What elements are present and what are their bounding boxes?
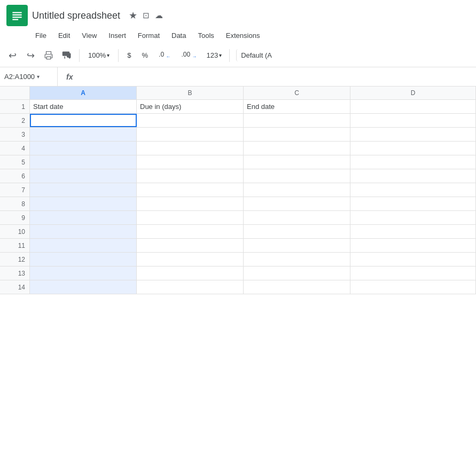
undo-button[interactable]: ↩ — [4, 48, 20, 64]
row-number[interactable]: 1 — [0, 100, 30, 113]
row-number[interactable]: 14 — [0, 280, 30, 294]
cell[interactable] — [350, 100, 476, 113]
menu-view[interactable]: View — [76, 29, 102, 42]
cell[interactable] — [137, 197, 244, 210]
cell[interactable] — [244, 142, 350, 155]
cell[interactable] — [30, 225, 137, 238]
row-number[interactable]: 12 — [0, 253, 30, 266]
redo-button[interactable]: ↪ — [22, 48, 38, 64]
cell[interactable] — [30, 169, 137, 183]
row-number[interactable]: 8 — [0, 197, 30, 210]
cell[interactable] — [350, 211, 476, 224]
cell[interactable] — [30, 267, 137, 280]
cell[interactable] — [30, 155, 137, 169]
formula-input[interactable] — [81, 73, 472, 81]
cell[interactable] — [30, 239, 137, 252]
cell[interactable] — [30, 197, 137, 210]
star-icon[interactable]: ★ — [129, 10, 137, 21]
cell[interactable] — [244, 280, 350, 294]
cell[interactable] — [244, 267, 350, 280]
cell[interactable]: Due in (days) — [137, 100, 244, 113]
col-header-b[interactable]: B — [137, 87, 244, 99]
cell[interactable] — [137, 267, 244, 280]
row-number[interactable]: 4 — [0, 142, 30, 155]
cell[interactable] — [244, 239, 350, 252]
cell[interactable] — [30, 114, 137, 127]
print-button[interactable] — [41, 48, 57, 64]
row-number[interactable]: 13 — [0, 267, 30, 280]
cell[interactable] — [137, 114, 244, 127]
cell[interactable] — [137, 183, 244, 197]
cell[interactable] — [244, 114, 350, 127]
move-icon[interactable]: ⊡ — [143, 11, 150, 20]
cell[interactable] — [244, 183, 350, 197]
menu-tools[interactable]: Tools — [192, 29, 219, 42]
cell[interactable] — [30, 128, 137, 141]
row-number[interactable]: 2 — [0, 114, 30, 127]
paint-format-button[interactable] — [59, 48, 75, 64]
row-number[interactable]: 7 — [0, 183, 30, 197]
row-number[interactable]: 3 — [0, 128, 30, 141]
decimal-increase-button[interactable]: .00 → — [177, 49, 201, 61]
decimal-decrease-button[interactable]: .0 ← — [154, 49, 175, 61]
cell[interactable] — [137, 239, 244, 252]
cell[interactable] — [350, 169, 476, 183]
cloud-icon[interactable]: ☁ — [155, 11, 163, 20]
cell[interactable] — [30, 183, 137, 197]
app-icon[interactable] — [6, 5, 28, 26]
menu-extensions[interactable]: Extensions — [221, 29, 266, 42]
cell[interactable] — [350, 267, 476, 280]
cell[interactable] — [137, 128, 244, 141]
menu-data[interactable]: Data — [166, 29, 191, 42]
cell[interactable] — [30, 253, 137, 266]
col-header-c[interactable]: C — [244, 87, 350, 99]
row-number[interactable]: 6 — [0, 169, 30, 183]
cell[interactable] — [350, 239, 476, 252]
percent-button[interactable]: % — [137, 49, 152, 61]
cell[interactable] — [137, 280, 244, 294]
cell[interactable] — [137, 169, 244, 183]
row-number[interactable]: 11 — [0, 239, 30, 252]
cell[interactable] — [350, 155, 476, 169]
cell[interactable] — [137, 253, 244, 266]
row-number[interactable]: 9 — [0, 211, 30, 224]
cell[interactable]: End date — [244, 100, 350, 113]
cell-reference-box[interactable]: A2:A1000 ▾ — [4, 67, 58, 86]
cell[interactable] — [137, 225, 244, 238]
cell[interactable] — [244, 253, 350, 266]
cell-ref-arrow[interactable]: ▾ — [37, 74, 40, 80]
cell[interactable]: Start date — [30, 100, 137, 113]
cell[interactable] — [244, 128, 350, 141]
cell[interactable] — [244, 155, 350, 169]
cell[interactable] — [137, 155, 244, 169]
menu-insert[interactable]: Insert — [103, 29, 131, 42]
cell[interactable] — [350, 225, 476, 238]
cell[interactable] — [244, 197, 350, 210]
cell[interactable] — [137, 142, 244, 155]
cell[interactable] — [137, 211, 244, 224]
row-number[interactable]: 5 — [0, 155, 30, 169]
number-format-control[interactable]: 123 ▾ — [203, 49, 225, 61]
cell[interactable] — [350, 253, 476, 266]
zoom-control[interactable]: 100% ▾ — [84, 49, 114, 61]
cell[interactable] — [244, 225, 350, 238]
cell[interactable] — [350, 128, 476, 141]
cell[interactable] — [350, 197, 476, 210]
col-header-a[interactable]: A — [30, 87, 137, 99]
col-header-d[interactable]: D — [350, 87, 476, 99]
row-number[interactable]: 10 — [0, 225, 30, 238]
cell[interactable] — [244, 169, 350, 183]
cell[interactable] — [350, 280, 476, 294]
default-font-control[interactable]: Default (A — [236, 49, 276, 61]
cell[interactable] — [350, 142, 476, 155]
cell[interactable] — [30, 280, 137, 294]
dollar-button[interactable]: $ — [123, 49, 135, 61]
cell[interactable] — [350, 183, 476, 197]
cell[interactable] — [30, 211, 137, 224]
menu-file[interactable]: File — [30, 29, 52, 42]
menu-format[interactable]: Format — [132, 29, 165, 42]
cell[interactable] — [30, 142, 137, 155]
cell[interactable] — [244, 211, 350, 224]
cell[interactable] — [350, 114, 476, 127]
menu-edit[interactable]: Edit — [53, 29, 75, 42]
